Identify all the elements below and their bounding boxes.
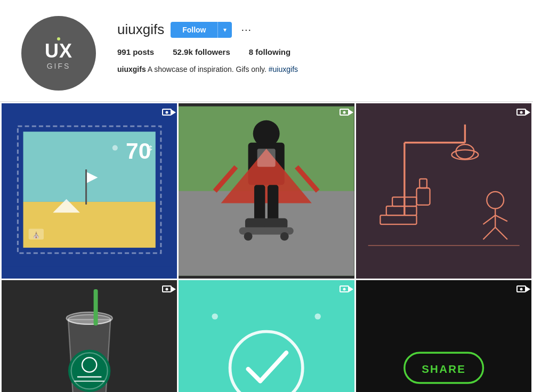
followers-count: 52.9k [173, 47, 193, 56]
camera-triangle-5 [349, 287, 353, 292]
camera-body-1 [162, 109, 172, 116]
follow-dropdown-button[interactable]: ▾ [217, 22, 232, 38]
camera-body-4 [162, 285, 172, 292]
avatar: UX GIFS [21, 16, 96, 91]
camera-triangle-3 [526, 110, 530, 115]
avatar-gifs-text: GIFS [47, 62, 71, 70]
svg-rect-17 [257, 149, 276, 167]
camera-dot-5 [343, 288, 345, 290]
camera-triangle-1 [172, 110, 176, 115]
posts-count: 991 [117, 47, 131, 56]
avatar-container: UX GIFS [21, 16, 96, 91]
following-stat: 8 following [249, 47, 290, 56]
bio-username: uiuxgifs [117, 65, 146, 74]
svg-point-24 [280, 232, 289, 241]
avatar-ux-text: UX [45, 42, 72, 61]
svg-point-9 [112, 145, 118, 151]
camera-triangle-2 [349, 110, 353, 115]
video-icon-3 [516, 109, 526, 116]
profile-top-row: uiuxgifs Follow ▾ ··· [117, 21, 512, 38]
username: uiuxgifs [117, 21, 164, 38]
posts-label: posts [133, 47, 154, 56]
svg-text:70: 70 [126, 138, 151, 164]
camera-triangle-6 [526, 287, 530, 292]
svg-rect-3 [23, 202, 156, 248]
photo-grid: 70 ¢ ⛪ [0, 102, 533, 392]
svg-rect-63 [356, 283, 531, 392]
follow-button-group: Follow ▾ [171, 22, 232, 38]
thumb-starbucks-svg [2, 280, 177, 392]
svg-point-15 [253, 120, 280, 147]
thumb-skater-svg [179, 103, 354, 279]
profile-header: UX GIFS uiuxgifs Follow ▾ ··· 991 posts … [0, 0, 533, 102]
thumb-share-svg: SHARE [356, 280, 531, 392]
video-icon-1 [162, 109, 172, 116]
svg-point-23 [244, 232, 253, 241]
svg-rect-6 [85, 169, 87, 205]
camera-body-3 [516, 109, 526, 116]
camera-triangle-4 [172, 287, 176, 292]
video-icon-5 [340, 285, 349, 292]
video-icon-4 [162, 285, 172, 292]
thumb-stamp-svg: 70 ¢ ⛪ [2, 103, 177, 279]
camera-dot-4 [166, 288, 168, 290]
svg-text:¢: ¢ [149, 144, 153, 152]
svg-text:⛪: ⛪ [33, 231, 40, 239]
grid-item-5[interactable] [179, 280, 354, 392]
svg-rect-18 [254, 185, 265, 221]
thumb-check-svg [179, 280, 354, 392]
svg-rect-48 [94, 289, 98, 325]
bio-hashtag: #uiuxgifs [269, 65, 298, 74]
following-count: 8 [249, 47, 253, 56]
camera-body-6 [516, 285, 526, 292]
more-options-button[interactable]: ··· [238, 23, 254, 36]
svg-point-47 [67, 313, 112, 325]
thumb-lineart-svg [356, 103, 531, 279]
follow-button[interactable]: Follow [171, 22, 217, 38]
svg-rect-19 [268, 185, 278, 221]
video-icon-2 [340, 109, 349, 116]
camera-body-2 [340, 109, 349, 116]
svg-point-49 [68, 350, 110, 392]
video-icon-6 [516, 285, 526, 292]
following-label: following [255, 47, 290, 56]
grid-item-3[interactable] [356, 103, 531, 279]
grid-item-1[interactable]: 70 ¢ ⛪ [2, 103, 177, 279]
followers-label: followers [195, 47, 230, 56]
svg-point-56 [212, 314, 218, 320]
bio-row: uiuxgifs A showcase of inspiration. Gifs… [117, 64, 512, 75]
grid-item-2[interactable] [179, 103, 354, 279]
camera-dot-1 [166, 111, 168, 113]
camera-dot-6 [520, 288, 523, 290]
profile-info: uiuxgifs Follow ▾ ··· 991 posts 52.9k fo… [117, 16, 512, 75]
posts-stat: 991 posts [117, 47, 154, 56]
followers-stat: 52.9k followers [173, 47, 230, 56]
svg-rect-27 [356, 107, 531, 276]
camera-body-5 [340, 285, 349, 292]
camera-dot-3 [520, 111, 523, 113]
svg-point-57 [315, 314, 321, 320]
stats-row: 991 posts 52.9k followers 8 following [117, 47, 512, 56]
camera-dot-2 [343, 111, 345, 113]
grid-item-6[interactable]: SHARE [356, 280, 531, 392]
bio-text: A showcase of inspiration. Gifs only. [148, 65, 269, 74]
grid-item-4[interactable] [2, 280, 177, 392]
svg-text:SHARE: SHARE [422, 363, 466, 375]
